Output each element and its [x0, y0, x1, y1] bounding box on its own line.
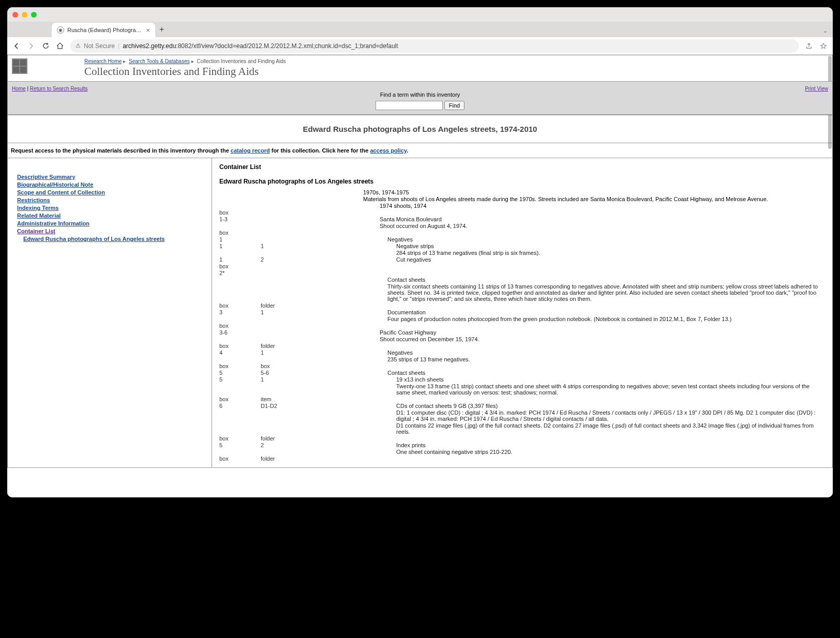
table-row: box: [219, 230, 825, 236]
bookmark-icon[interactable]: [819, 42, 828, 50]
table-row: boxbox: [219, 363, 825, 370]
table-row: 5119 x13 inch sheets: [219, 376, 825, 383]
breadcrumb: Research Home▸ Search Tools & Databases▸…: [84, 58, 286, 64]
collection-title: Edward Ruscha photographs of Los Angeles…: [8, 115, 832, 143]
warning-icon: ⚠: [76, 42, 81, 49]
table-row: 1-3Santa Monica Boulevard: [219, 216, 825, 223]
access-notice: Request access to the physical materials…: [8, 143, 832, 158]
close-tab-icon[interactable]: ×: [146, 26, 150, 34]
nav-scope-content[interactable]: Scope and Content of Collection: [17, 189, 202, 195]
link-catalog-record[interactable]: catalog record: [231, 147, 270, 154]
address-bar[interactable]: ⚠ Not Secure | archives2.getty.edu:8082/…: [70, 39, 799, 53]
table-row: Contact sheets: [219, 277, 825, 283]
nav-series-ruscha[interactable]: Edward Ruscha photographs of Los Angeles…: [23, 236, 202, 242]
table-row: Thirty-six contact sheets containing 11 …: [219, 283, 825, 302]
table-row: 31Documentation: [219, 309, 825, 316]
find-label: Find a term within this inventory: [12, 92, 828, 98]
link-print-view[interactable]: Print View: [805, 86, 828, 92]
table-row: Shoot occurred on December 15, 1974.: [219, 336, 825, 343]
container-list-table: 1970s, 1974-1975 Materials from shoots o…: [219, 189, 825, 462]
main-content: Container List Edward Ruscha photographs…: [212, 158, 832, 467]
table-row: One sheet containing negative strips 210…: [219, 449, 825, 455]
tab-title: Ruscha (Edward) Photographs: [67, 27, 143, 33]
table-row: Four pages of production notes photocopi…: [219, 316, 825, 323]
table-row: Twenty-one 13 frame (11 strip) contact s…: [219, 383, 825, 396]
table-row: box: [219, 263, 825, 270]
table-row: 52Index prints: [219, 442, 825, 449]
table-row: 6D1-D2CDs of contact sheets 9 GB (3,397 …: [219, 403, 825, 409]
table-row: Shoot occurred on August 4, 1974.: [219, 223, 825, 230]
table-row: box: [219, 323, 825, 329]
link-access-policy[interactable]: access policy: [370, 147, 407, 154]
back-button[interactable]: [12, 42, 21, 50]
table-row: 2*: [219, 270, 825, 277]
table-row: 1Negatives: [219, 236, 825, 243]
link-home[interactable]: Home: [12, 86, 26, 92]
series-heading: Edward Ruscha photographs of Los Angeles…: [219, 178, 825, 185]
nav-bio-note[interactable]: Biographical/Historical Note: [17, 181, 202, 188]
table-row: 41Negatives: [219, 350, 825, 356]
new-tab-button[interactable]: +: [159, 25, 164, 37]
table-row: 11Negative strips: [219, 243, 825, 250]
page-title: Collection Inventories and Finding Aids: [84, 65, 286, 78]
table-row: boxfolder: [219, 455, 825, 462]
nav-admin-info[interactable]: Administrative Information: [17, 220, 202, 226]
table-row: box: [219, 209, 825, 216]
maximize-window[interactable]: [31, 12, 37, 18]
nav-descriptive-summary[interactable]: Descriptive Summary: [17, 174, 202, 180]
table-row: 55-6Contact sheets: [219, 370, 825, 376]
table-row: boxfolder: [219, 435, 825, 442]
table-row: 3-6Pacific Coast Highway: [219, 329, 825, 336]
chevron-down-icon[interactable]: ⌄: [823, 27, 833, 37]
banner: Research Home▸ Search Tools & Databases▸…: [8, 55, 832, 81]
table-row: 12Cut negatives: [219, 256, 825, 263]
url-text: archives2.getty.edu:8082/xtf/view?docId=…: [123, 42, 398, 50]
table-row: D1 contains 22 image files (.jpg) of the…: [219, 422, 825, 435]
forward-button[interactable]: [27, 42, 35, 50]
getty-logo[interactable]: [12, 58, 27, 74]
nav-restrictions[interactable]: Restrictions: [17, 197, 202, 203]
nav-container-list[interactable]: Container List: [17, 228, 202, 234]
find-input[interactable]: [376, 101, 443, 110]
find-button[interactable]: Find: [444, 101, 464, 110]
not-secure-label: Not Secure: [84, 42, 115, 50]
close-window[interactable]: [12, 12, 18, 18]
browser-tab[interactable]: ◉ Ruscha (Edward) Photographs ×: [52, 23, 155, 37]
side-nav: Descriptive Summary Biographical/Histori…: [8, 158, 212, 467]
content-heading: Container List: [219, 163, 825, 171]
nav-indexing-terms[interactable]: Indexing Terms: [17, 205, 202, 211]
crumb-current: Collection Inventories and Finding Aids: [197, 58, 286, 64]
globe-icon: ◉: [57, 26, 64, 34]
table-row: boxfolder: [219, 302, 825, 309]
reload-button[interactable]: [41, 42, 50, 50]
home-button[interactable]: [56, 42, 64, 50]
nav-related-material[interactable]: Related Material: [17, 212, 202, 219]
crumb-research-home[interactable]: Research Home: [84, 58, 122, 64]
crumb-search-tools[interactable]: Search Tools & Databases: [129, 58, 190, 64]
table-row: boxfolder: [219, 343, 825, 350]
table-row: 235 strips of 13 frame negatives.: [219, 356, 825, 363]
share-icon[interactable]: [805, 42, 813, 50]
link-return-results[interactable]: Return to Search Results: [30, 86, 88, 92]
table-row: 284 strips of 13 frame negatives (final …: [219, 250, 825, 256]
minimize-window[interactable]: [22, 12, 27, 18]
table-row: boxitem: [219, 396, 825, 403]
table-row: D1: 1 computer disc (CD) : digital ; 4 3…: [219, 409, 825, 422]
